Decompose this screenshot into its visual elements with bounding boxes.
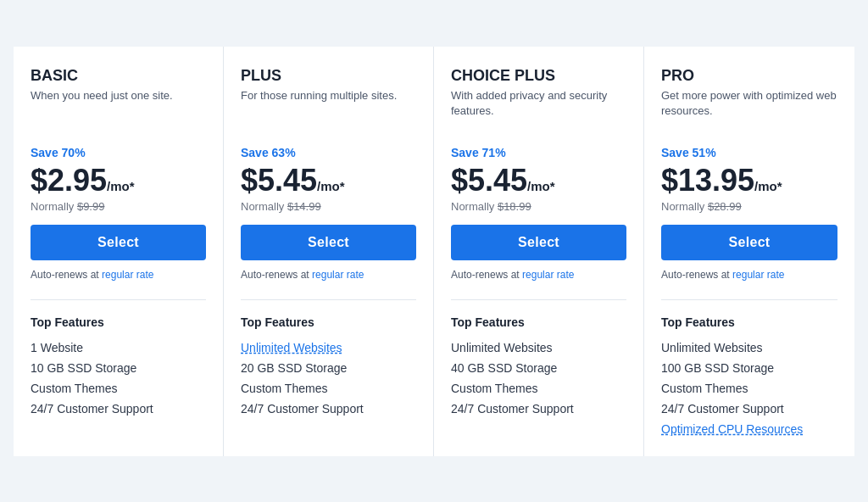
- plan-card-pro: PRO Get more power with optimized web re…: [644, 47, 854, 456]
- price-per-choice-plus: /mo*: [527, 179, 555, 193]
- feature-item-pro-0: Unlimited Websites: [661, 337, 837, 358]
- price-dollar-plus: $5.45: [241, 163, 317, 198]
- plan-name-pro: PRO: [661, 67, 837, 85]
- save-badge-basic: Save 70%: [31, 146, 206, 159]
- feature-item-choice-plus-3: 24/7 Customer Support: [451, 399, 626, 419]
- feature-item-choice-plus-2: Custom Themes: [451, 378, 626, 399]
- plan-card-choice-plus: CHOICE PLUS With added privacy and secur…: [434, 47, 644, 456]
- select-button-basic[interactable]: Select: [31, 225, 206, 260]
- regular-rate-link-basic[interactable]: regular rate: [102, 269, 153, 281]
- feature-item-basic-2: Custom Themes: [31, 378, 206, 399]
- pricing-grid: BASIC When you need just one site. Save …: [14, 47, 854, 456]
- price-dollar-pro: $13.95: [661, 163, 754, 198]
- plan-card-basic: BASIC When you need just one site. Save …: [14, 47, 224, 456]
- feature-item-basic-0: 1 Website: [31, 337, 206, 358]
- plan-desc-plus: For those running multiple sites.: [241, 88, 416, 129]
- feature-item-pro-4[interactable]: Optimized CPU Resources: [661, 419, 837, 439]
- auto-renew-pro: Auto-renews at regular rate: [661, 269, 837, 281]
- select-button-plus[interactable]: Select: [241, 225, 416, 260]
- feature-item-basic-1: 10 GB SSD Storage: [31, 358, 206, 378]
- auto-renew-basic: Auto-renews at regular rate: [31, 269, 206, 281]
- price-normal-choice-plus: Normally $18.99: [451, 200, 626, 213]
- save-badge-choice-plus: Save 71%: [451, 146, 626, 159]
- features-label-pro: Top Features: [661, 315, 837, 329]
- feature-item-plus-1: 20 GB SSD Storage: [241, 358, 416, 378]
- features-label-choice-plus: Top Features: [451, 315, 626, 329]
- feature-item-plus-3: 24/7 Customer Support: [241, 399, 416, 419]
- regular-rate-link-plus[interactable]: regular rate: [312, 269, 364, 281]
- plan-card-plus: PLUS For those running multiple sites. S…: [224, 47, 434, 456]
- features-label-basic: Top Features: [31, 315, 206, 329]
- divider-basic: [31, 299, 206, 300]
- price-dollar-choice-plus: $5.45: [451, 163, 527, 198]
- price-normal-basic: Normally $9.99: [31, 200, 206, 213]
- price-per-basic: /mo*: [107, 179, 135, 193]
- feature-item-pro-2: Custom Themes: [661, 378, 837, 399]
- price-per-pro: /mo*: [754, 179, 782, 193]
- plan-name-choice-plus: CHOICE PLUS: [451, 67, 626, 85]
- plan-name-plus: PLUS: [241, 67, 416, 85]
- plan-desc-pro: Get more power with optimized web resour…: [661, 88, 837, 129]
- save-badge-pro: Save 51%: [661, 146, 837, 159]
- auto-renew-choice-plus: Auto-renews at regular rate: [451, 269, 626, 281]
- feature-item-plus-2: Custom Themes: [241, 378, 416, 399]
- price-dollar-basic: $2.95: [31, 163, 107, 198]
- price-per-plus: /mo*: [317, 179, 345, 193]
- divider-pro: [661, 299, 837, 300]
- feature-item-plus-0[interactable]: Unlimited Websites: [241, 337, 416, 358]
- features-label-plus: Top Features: [241, 315, 416, 329]
- feature-item-choice-plus-1: 40 GB SSD Storage: [451, 358, 626, 378]
- plan-desc-basic: When you need just one site.: [31, 88, 206, 129]
- feature-item-pro-3: 24/7 Customer Support: [661, 399, 837, 419]
- feature-item-choice-plus-0: Unlimited Websites: [451, 337, 626, 358]
- feature-item-basic-3: 24/7 Customer Support: [31, 399, 206, 419]
- regular-rate-link-choice-plus[interactable]: regular rate: [522, 269, 574, 281]
- plan-name-basic: BASIC: [31, 67, 206, 85]
- select-button-choice-plus[interactable]: Select: [451, 225, 626, 260]
- divider-plus: [241, 299, 416, 300]
- divider-choice-plus: [451, 299, 626, 300]
- save-badge-plus: Save 63%: [241, 146, 416, 159]
- auto-renew-plus: Auto-renews at regular rate: [241, 269, 416, 281]
- price-normal-plus: Normally $14.99: [241, 200, 416, 213]
- plan-desc-choice-plus: With added privacy and security features…: [451, 88, 626, 129]
- feature-item-pro-1: 100 GB SSD Storage: [661, 358, 837, 378]
- regular-rate-link-pro[interactable]: regular rate: [732, 269, 784, 281]
- select-button-pro[interactable]: Select: [661, 225, 837, 260]
- price-normal-pro: Normally $28.99: [661, 200, 837, 213]
